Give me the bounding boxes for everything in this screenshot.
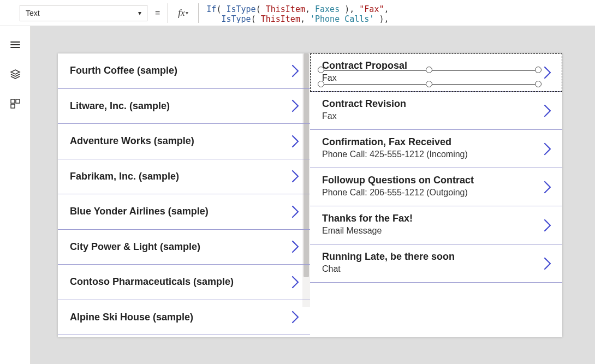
left-rail <box>0 26 31 364</box>
list-item[interactable]: Blue Yonder Airlines (sample) <box>58 194 310 230</box>
list-item-title: Alpine Ski House (sample) <box>70 312 193 323</box>
formula-bar: Text ▾ = fx ▾ If( IsType( ThisItem, Faxe… <box>0 0 595 26</box>
chevron-right-icon[interactable] <box>542 103 554 118</box>
list-item-title: Running Late, be there soon <box>322 250 550 263</box>
list-item[interactable]: City Power & Light (sample) <box>58 230 310 265</box>
fx-label: fx <box>178 8 185 19</box>
chevron-right-icon[interactable] <box>542 141 554 157</box>
list-item-title: Followup Questions on Contract <box>322 174 550 187</box>
resize-handle[interactable] <box>426 67 432 73</box>
chevron-right-icon[interactable] <box>542 65 554 80</box>
list-item-subtitle: Fax <box>322 110 550 122</box>
list-item[interactable]: Followup Questions on ContractPhone Call… <box>310 168 562 206</box>
list-item-title: Fabrikam, Inc. (sample) <box>70 171 179 182</box>
components-icon[interactable] <box>10 98 21 109</box>
svg-rect-1 <box>16 99 20 103</box>
list-item[interactable]: Fourth Coffee (sample) <box>58 53 310 89</box>
chevron-right-icon[interactable] <box>289 309 301 325</box>
list-item-title: City Power & Light (sample) <box>70 241 200 253</box>
list-item[interactable]: Confirmation, Fax ReceivedPhone Call: 42… <box>310 130 562 168</box>
list-item-title: Adventure Works (sample) <box>70 135 194 147</box>
activities-gallery[interactable]: Contract ProposalFaxContract RevisionFax… <box>310 53 562 337</box>
chevron-right-icon[interactable] <box>542 256 554 271</box>
list-item[interactable]: Thanks for the Fax!Email Message <box>310 206 562 244</box>
chevron-right-icon[interactable] <box>289 63 301 79</box>
fx-dropdown[interactable]: fx ▾ <box>168 3 198 23</box>
list-item-subtitle: Phone Call: 425-555-1212 (Incoming) <box>322 148 550 160</box>
property-selector[interactable]: Text ▾ <box>20 5 147 21</box>
resize-handle[interactable] <box>426 81 432 87</box>
list-item[interactable]: Adventure Works (sample) <box>58 124 310 159</box>
list-item-subtitle: Email Message <box>322 225 550 237</box>
chevron-down-icon: ▾ <box>186 10 188 16</box>
chevron-right-icon[interactable] <box>289 239 301 254</box>
list-item-subtitle: Chat <box>322 263 550 275</box>
list-item[interactable]: Contract ProposalFax <box>310 53 562 92</box>
equals-label: = <box>147 8 168 18</box>
list-item[interactable]: Litware, Inc. (sample) <box>58 89 310 124</box>
list-item[interactable]: Running Late, be there soonChat <box>310 244 562 283</box>
list-item[interactable]: Fabrikam, Inc. (sample) <box>58 159 310 195</box>
resize-handle[interactable] <box>318 81 324 87</box>
app-preview: Fourth Coffee (sample)Litware, Inc. (sam… <box>58 53 562 337</box>
resize-handle[interactable] <box>535 67 542 73</box>
list-item-title: Contoso Pharmaceuticals (sample) <box>70 276 234 288</box>
tree-icon[interactable] <box>10 39 21 50</box>
list-item-title: Thanks for the Fax! <box>322 212 550 225</box>
resize-handle[interactable] <box>535 81 542 87</box>
svg-rect-0 <box>11 99 15 103</box>
list-item-title: Confirmation, Fax Received <box>322 135 550 148</box>
chevron-right-icon[interactable] <box>289 98 301 114</box>
svg-rect-2 <box>11 104 15 108</box>
layers-icon[interactable] <box>10 69 21 80</box>
chevron-right-icon[interactable] <box>289 275 301 290</box>
list-item[interactable]: Contract RevisionFax <box>310 92 562 130</box>
formula-input[interactable]: If( IsType( ThisItem, Faxes ), "Fax", Is… <box>198 3 595 23</box>
chevron-down-icon: ▾ <box>138 9 141 17</box>
chevron-right-icon[interactable] <box>542 180 554 195</box>
list-item-title: Fourth Coffee (sample) <box>70 65 177 76</box>
list-item-title: Blue Yonder Airlines (sample) <box>70 206 209 217</box>
chevron-right-icon[interactable] <box>542 218 554 233</box>
chevron-right-icon[interactable] <box>289 204 301 219</box>
list-item-subtitle: Phone Call: 206-555-1212 (Outgoing) <box>322 187 550 199</box>
list-item-title: Litware, Inc. (sample) <box>70 100 170 112</box>
list-item-title: Contract Revision <box>322 97 550 110</box>
resize-handle[interactable] <box>318 67 324 73</box>
list-item[interactable]: Alpine Ski House (sample) <box>58 300 310 336</box>
accounts-gallery[interactable]: Fourth Coffee (sample)Litware, Inc. (sam… <box>58 53 310 337</box>
list-item-subtitle: Fax <box>322 72 550 84</box>
canvas[interactable]: Fourth Coffee (sample)Litware, Inc. (sam… <box>31 26 595 364</box>
chevron-right-icon[interactable] <box>289 169 301 184</box>
chevron-right-icon[interactable] <box>289 134 301 149</box>
property-selector-value: Text <box>26 9 40 17</box>
list-item[interactable]: Contoso Pharmaceuticals (sample) <box>58 265 310 300</box>
